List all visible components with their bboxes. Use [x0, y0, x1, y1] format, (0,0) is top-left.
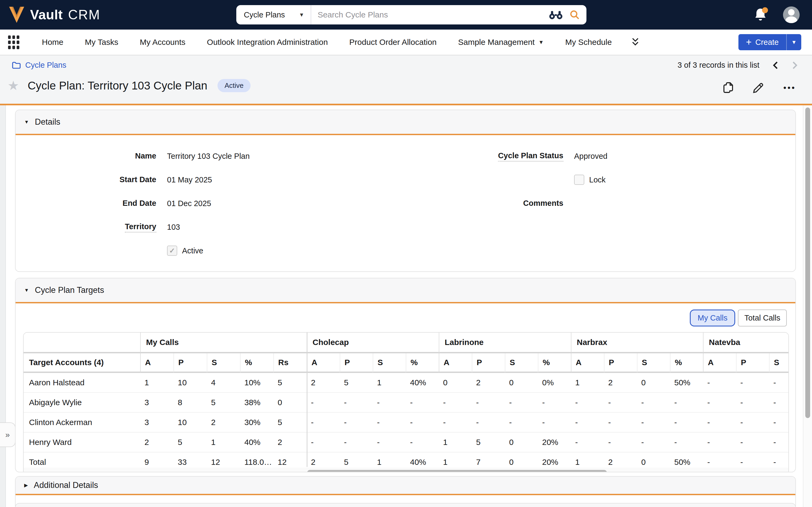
expand-panel-tab[interactable]: »	[0, 422, 15, 447]
search-icon[interactable]	[569, 9, 580, 20]
search-input[interactable]	[311, 10, 549, 19]
table-cell: -	[769, 433, 789, 452]
record-pager-text: 3 of 3 records in this list	[678, 61, 759, 70]
breadcrumb-label[interactable]: Cycle Plans	[25, 61, 66, 70]
collapse-triangle-icon[interactable]: ▼	[24, 287, 29, 293]
table-cell: 2	[273, 433, 307, 452]
table-col-header[interactable]: A	[703, 353, 736, 373]
more-actions-ellipsis-icon[interactable]: •••	[783, 83, 796, 93]
horizontal-scrollbar-thumb[interactable]	[307, 470, 607, 472]
table-col-header[interactable]: S	[373, 353, 406, 373]
copy-icon[interactable]	[723, 82, 733, 94]
breadcrumb[interactable]: Cycle Plans	[12, 61, 66, 70]
edit-pencil-icon[interactable]	[753, 82, 764, 94]
table-col-header[interactable]: S	[769, 353, 789, 373]
table-cell: 40%	[406, 373, 439, 393]
table-cell: 5	[472, 433, 505, 452]
table-col-header[interactable]: S	[505, 353, 538, 373]
nav-tab-my-tasks[interactable]: My Tasks	[74, 38, 129, 47]
create-button-label: Create	[755, 38, 779, 47]
user-avatar[interactable]	[783, 6, 800, 23]
table-cell: -	[307, 433, 340, 452]
create-dropdown-caret[interactable]: ▼	[787, 34, 801, 50]
table-col-header[interactable]: A	[571, 353, 604, 373]
search-scope-dropdown[interactable]: Cycle Plans ▼	[236, 5, 311, 24]
table-col-header[interactable]: %	[406, 353, 439, 373]
table-col-header[interactable]: A	[140, 353, 174, 373]
table-cell: 1	[140, 373, 174, 393]
table-cell: -	[538, 393, 571, 413]
nav-tab-product-order-allocation[interactable]: Product Order Allocation	[338, 38, 447, 47]
binoculars-icon[interactable]	[549, 10, 563, 19]
table-col-header[interactable]: P	[604, 353, 637, 373]
table-row-header: Target Accounts (4)	[24, 353, 140, 373]
table-cell: -	[307, 393, 340, 413]
table-cell: -	[340, 433, 373, 452]
nav-tab-my-schedule[interactable]: My Schedule	[555, 38, 622, 47]
create-button[interactable]: + Create ▼	[738, 34, 801, 50]
app-launcher-icon[interactable]	[8, 36, 19, 49]
additional-details-section: ▶ Additional Details	[15, 476, 796, 507]
table-col-header[interactable]: S	[207, 353, 240, 373]
frozen-column-divider	[307, 333, 307, 467]
table-cell: -	[472, 413, 505, 433]
next-record-chevron-icon[interactable]	[792, 61, 798, 70]
plus-icon: +	[746, 37, 752, 47]
end-date-label: End Date	[15, 195, 162, 212]
chevron-down-icon: ▼	[299, 12, 304, 18]
table-col-header[interactable]: %	[240, 353, 273, 373]
table-cell: 5	[207, 393, 240, 413]
table-cell: 2	[604, 373, 637, 393]
table-col-header[interactable]: Rs	[273, 353, 307, 373]
horizontal-scrollbar[interactable]	[24, 467, 788, 472]
table-col-header[interactable]: A	[307, 353, 340, 373]
table-col-header[interactable]: A	[439, 353, 472, 373]
next-section-sliver	[15, 503, 796, 507]
table-col-header[interactable]: P	[736, 353, 769, 373]
table-cell: 5	[273, 413, 307, 433]
table-col-header[interactable]: P	[340, 353, 373, 373]
table-cell: -	[637, 433, 670, 452]
collapse-triangle-icon[interactable]: ▼	[24, 119, 29, 125]
table-cell: -	[604, 413, 637, 433]
vertical-scrollbar[interactable]	[803, 105, 812, 507]
total-calls-toggle-button[interactable]: Total Calls	[738, 309, 787, 327]
table-cell: 30%	[240, 413, 273, 433]
more-tabs-double-chevron-icon[interactable]	[622, 37, 648, 47]
nav-tab-home[interactable]: Home	[31, 38, 74, 47]
table-cell: -	[406, 393, 439, 413]
table-cell: -	[406, 413, 439, 433]
lock-checkbox[interactable]	[574, 175, 584, 185]
table-col-header[interactable]: P	[174, 353, 207, 373]
previous-record-chevron-icon[interactable]	[772, 61, 779, 70]
vault-crm-logo[interactable]: Vault CRM	[0, 6, 100, 23]
my-calls-toggle-button[interactable]: My Calls	[690, 309, 735, 327]
table-col-header[interactable]: S	[637, 353, 670, 373]
table-cell: -	[703, 373, 736, 393]
table-col-header[interactable]: %	[538, 353, 571, 373]
active-checkbox[interactable]: ✓	[167, 245, 177, 256]
table-group-header: Natevba	[703, 333, 789, 353]
table-cell: -	[604, 433, 637, 452]
table-cell: 50%	[670, 373, 703, 393]
name-field-value: Territory 103 Cycle Plan	[162, 148, 391, 164]
favorite-star-icon[interactable]: ★	[7, 79, 19, 92]
additional-details-header[interactable]: ▶ Additional Details	[15, 476, 795, 495]
nav-tab-outlook-integration-administration[interactable]: Outlook Integration Administration	[196, 38, 338, 47]
table-col-header[interactable]: P	[472, 353, 505, 373]
table-cell: -	[736, 373, 769, 393]
table-cell: 10	[174, 373, 207, 393]
table-row-name: Clinton Ackerman	[24, 413, 140, 433]
cycle-plan-targets-header[interactable]: ▼ Cycle Plan Targets	[15, 278, 795, 303]
search-scope-label: Cycle Plans	[244, 10, 285, 19]
vertical-scrollbar-thumb[interactable]	[805, 108, 810, 418]
table-cell: -	[703, 433, 736, 452]
table-row-name: Aaron Halstead	[24, 373, 140, 393]
nav-tab-sample-management[interactable]: Sample Management▼	[447, 38, 555, 47]
table-col-header[interactable]: %	[670, 353, 703, 373]
table-group-header: Labrinone	[439, 333, 571, 353]
expand-triangle-icon[interactable]: ▶	[24, 482, 28, 488]
nav-tab-my-accounts[interactable]: My Accounts	[129, 38, 196, 47]
details-section-header[interactable]: ▼ Details	[15, 110, 795, 135]
notifications-bell-icon[interactable]	[754, 8, 767, 22]
